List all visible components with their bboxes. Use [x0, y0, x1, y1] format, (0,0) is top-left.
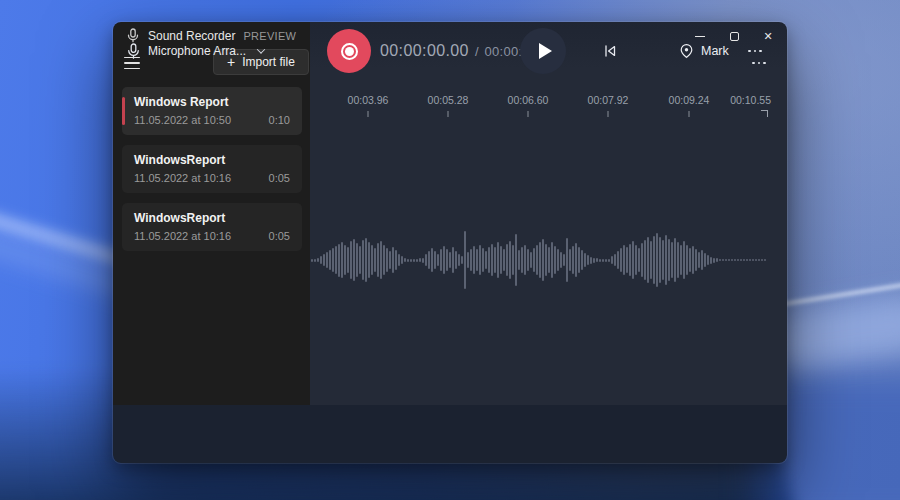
- ellipsis-icon: [748, 50, 762, 53]
- waveform-bar: [749, 259, 751, 261]
- waveform-bar: [692, 246, 694, 274]
- waveform-bar: [332, 248, 334, 272]
- waveform-bar: [680, 245, 682, 275]
- play-button[interactable]: [520, 28, 566, 74]
- waveform-bar: [524, 245, 526, 275]
- waveform-bar: [362, 240, 364, 280]
- waveform-bar: [620, 248, 622, 272]
- waveform-bar: [605, 259, 607, 262]
- more-options-bottom-button[interactable]: [741, 41, 769, 61]
- elapsed-time: 00:00:00.00: [380, 42, 469, 60]
- waveform-bar: [512, 245, 514, 275]
- waveform-bar: [356, 243, 358, 277]
- waveform-bar: [377, 243, 379, 277]
- waveform-bar: [485, 251, 487, 269]
- waveform-bar: [731, 259, 733, 261]
- marker-pin-icon: [679, 43, 694, 59]
- waveform-bar: [404, 258, 406, 262]
- waveform-bar: [695, 249, 697, 271]
- timeline-label: 00:07.92: [588, 94, 629, 106]
- waveform-bar: [509, 241, 511, 279]
- waveform-bar: [584, 253, 586, 267]
- waveform-bar: [392, 247, 394, 273]
- waveform-bar: [497, 242, 499, 278]
- recording-date: 11.05.2022 at 10:16: [134, 230, 231, 242]
- waveform-bar: [590, 257, 592, 264]
- waveform-bar: [755, 259, 757, 261]
- waveform-bar: [323, 254, 325, 266]
- ellipsis-icon: [752, 62, 766, 65]
- microphone-icon: [127, 43, 140, 60]
- waveform-bar: [674, 238, 676, 282]
- skip-to-start-button[interactable]: [595, 36, 625, 66]
- waveform-bar: [476, 249, 478, 271]
- waveform-bar: [386, 248, 388, 272]
- waveform-bar: [668, 239, 670, 281]
- waveform-bar: [368, 242, 370, 278]
- waveform-bar: [713, 258, 715, 263]
- waveform-bar: [611, 256, 613, 264]
- selection-accent: [122, 97, 125, 125]
- recording-duration: 0:05: [269, 230, 290, 242]
- waveform-bar: [653, 236, 655, 284]
- waveform-bar: [587, 255, 589, 265]
- recording-title: Windows Report: [134, 95, 290, 109]
- waveform-bar: [548, 247, 550, 273]
- waveform-bar: [431, 248, 433, 272]
- waveform-bar: [527, 249, 529, 271]
- waveform-bar: [626, 247, 628, 273]
- waveform-bar: [614, 254, 616, 266]
- sound-recorder-window: Sound Recorder PREVIEW ✕ + Import file W…: [113, 22, 787, 463]
- mark-button[interactable]: Mark: [679, 36, 729, 66]
- waveform-bar: [461, 256, 463, 264]
- recording-item[interactable]: Windows Report 11.05.2022 at 10:50 0:10: [122, 87, 302, 135]
- waveform-bar: [536, 245, 538, 275]
- transport-bar: [113, 405, 787, 463]
- waveform-bar: [341, 242, 343, 278]
- waveform-bar: [740, 259, 742, 261]
- recording-date: 11.05.2022 at 10:16: [134, 172, 231, 184]
- waveform-bar: [473, 246, 475, 274]
- waveform-bar: [344, 245, 346, 275]
- waveform-bar: [443, 246, 445, 274]
- timeline-label: 00:05.28: [428, 94, 469, 106]
- waveform-bar: [635, 245, 637, 275]
- waveform-bar: [539, 242, 541, 278]
- waveform-bar: [494, 247, 496, 273]
- waveform-bar: [338, 244, 340, 277]
- waveform-bar: [623, 245, 625, 275]
- timeline-tick: [689, 111, 690, 117]
- timeline-tick: [448, 111, 449, 117]
- recording-item[interactable]: WindowsReport 11.05.2022 at 10:16 0:05: [122, 145, 302, 193]
- record-button[interactable]: [327, 29, 371, 73]
- recording-item[interactable]: WindowsReport 11.05.2022 at 10:16 0:05: [122, 203, 302, 251]
- waveform-bar: [467, 252, 469, 268]
- waveform-bar: [488, 247, 490, 273]
- waveform-bar: [758, 259, 760, 261]
- waveform-bar: [677, 242, 679, 278]
- waveform-bar: [479, 245, 481, 275]
- recording-duration: 0:10: [269, 114, 290, 126]
- microphone-selector[interactable]: Microphone Arra...: [127, 36, 264, 66]
- skip-to-start-icon: [602, 43, 618, 59]
- waveform-bar: [752, 259, 754, 261]
- waveform-bar: [416, 259, 418, 262]
- waveform-bar: [596, 258, 598, 262]
- waveform-bar: [428, 251, 430, 269]
- waveform-bar: [563, 254, 565, 266]
- waveform-bar: [449, 252, 451, 268]
- waveform-bar: [515, 234, 517, 286]
- waveform-bar: [320, 256, 322, 264]
- waveform-bar: [464, 231, 466, 289]
- waveform-bar: [482, 248, 484, 272]
- waveform-bar: [593, 258, 595, 263]
- waveform-bar: [629, 244, 631, 276]
- waveform-bar: [656, 233, 658, 287]
- waveform-bar: [347, 247, 349, 273]
- waveform[interactable]: [311, 200, 787, 320]
- waveform-bar: [350, 241, 352, 279]
- time-separator: /: [475, 44, 479, 59]
- waveform-bar: [434, 251, 436, 269]
- play-icon: [539, 43, 552, 59]
- waveform-bar: [452, 247, 454, 273]
